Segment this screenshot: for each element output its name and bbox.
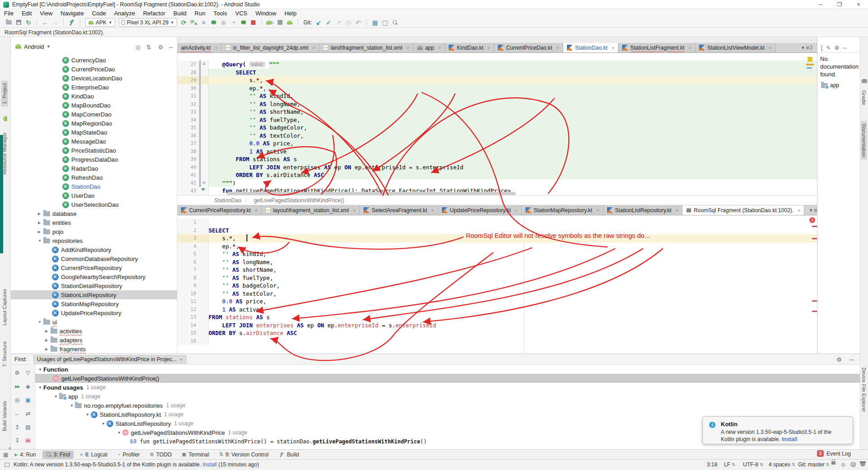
locate-file-icon[interactable]: ◎ (135, 44, 140, 51)
stripe-item-layout-captures[interactable]: Layout Captures (1, 286, 8, 328)
code-text[interactable]: @Query( value: """ (209, 60, 817, 69)
save-icon[interactable] (14, 18, 23, 27)
tree-item-addkindrepository[interactable]: KAddKindRepository (11, 245, 177, 254)
tree-item-devicelocationdao[interactable]: KDeviceLocationDao (11, 74, 177, 83)
menu-item-code[interactable]: Code (88, 9, 110, 18)
feedback-sad-icon[interactable]: ☹ (850, 461, 856, 468)
find-results-tab[interactable]: Usages of getLivePagedStationsWithKindPr… (33, 355, 186, 363)
project-view-selector[interactable]: Android (24, 43, 44, 50)
edit-source-icon[interactable]: ✎ (826, 45, 831, 51)
code-text[interactable]: ORDER BY s.airDistance ASC (209, 329, 817, 337)
close-icon[interactable]: × (215, 45, 218, 51)
tab-kinddao-kt[interactable]: KindDao.kt× (445, 43, 494, 52)
sync-icon[interactable]: ↻ (23, 18, 33, 27)
toolwindow-button-terminal[interactable]: ▣Terminal (178, 451, 213, 459)
tree-item-pojo[interactable]: ▶pojo (11, 227, 177, 236)
tree-item-entities[interactable]: ▶entities (11, 218, 177, 227)
close-icon[interactable]: × (798, 208, 800, 213)
tab-app[interactable]: app× (413, 43, 445, 52)
tree-item-mapstatedao[interactable]: KMapStateDao (11, 128, 177, 137)
stripe-item-7-structure[interactable]: 7: Structure (1, 339, 8, 370)
sdk-manager-icon[interactable] (275, 18, 285, 27)
tree-item-updatepricerepository[interactable]: KUpdatePriceRepository (11, 308, 177, 317)
menu-item-window[interactable]: Window (251, 9, 280, 18)
warning-stripe-mark[interactable] (806, 64, 814, 65)
tab-currentpricedao-kt[interactable]: CurrentPriceDao.kt× (494, 43, 563, 52)
group-icon[interactable]: ◈ (23, 382, 32, 391)
close-button[interactable]: × (849, 0, 868, 9)
menu-item-analyze[interactable]: Analyze (110, 9, 139, 18)
apply-changes-icon[interactable] (238, 18, 248, 27)
tree-expanded-arrow-icon[interactable]: ▼ (37, 386, 43, 390)
code-text[interactable]: '' AS badgeColor, (209, 124, 817, 132)
error-stripe-mark[interactable] (812, 300, 817, 302)
settings-gear-icon[interactable]: ⚙ (13, 368, 22, 377)
tab-stationlistfragment-kt[interactable]: StationListFragment.kt× (618, 43, 696, 52)
tab-land-fragment-station-list-xml[interactable]: <>land\fragment_station_list.xml× (319, 43, 413, 52)
caret-stripe-mark[interactable] (807, 67, 812, 69)
menu-item-refactor[interactable]: Refactor (139, 9, 169, 18)
code-text[interactable]: ep.*, (209, 84, 817, 93)
code-text[interactable]: FROM stations AS s (209, 155, 817, 163)
line-separator-selector[interactable]: LF⇅ (724, 461, 735, 468)
tree-item-mapregiondao[interactable]: KMapRegionDao (11, 119, 177, 128)
git-history-icon[interactable]: ◷ (343, 18, 353, 27)
close-icon[interactable]: × (255, 208, 258, 213)
close-icon[interactable]: × (556, 45, 559, 51)
menu-item-tools[interactable]: Tools (209, 9, 231, 18)
run-coverage-icon[interactable]: ⟳A (189, 18, 199, 27)
breadcrumb-member[interactable]: getLivePagedStationsWithKindPrice() (254, 197, 344, 204)
code-text[interactable]: '' AS textColor, (209, 132, 817, 140)
code-text[interactable]: s.*, (209, 76, 817, 84)
tree-expanded-arrow-icon[interactable]: ▼ (100, 422, 107, 426)
git-rollback-icon[interactable]: ↶ (353, 18, 363, 27)
code-text[interactable]: '' AS kindId, (209, 92, 817, 100)
error-stripe-mark[interactable] (812, 226, 817, 227)
toolwindow-button-4-run[interactable]: ▶4: Run (11, 451, 39, 459)
group-by-directory-icon[interactable]: ▤ (23, 423, 32, 432)
toolwindow-button-build[interactable]: Build (275, 451, 303, 459)
filter-icon[interactable]: ▽ (23, 368, 32, 377)
tab-stationlistviewmodel-kt[interactable]: StationListViewModel.kt× (696, 43, 776, 52)
tab-layout-fragment-station-list-xml[interactable]: <>layout\fragment_station_list.xml× (262, 205, 360, 215)
implementation-gutter-icon[interactable] (201, 188, 205, 191)
tree-item-ui[interactable]: ▼ui (11, 317, 177, 326)
tree-item-currentpricedao[interactable]: KCurrentPriceDao (11, 65, 177, 74)
menu-item-view[interactable]: View (36, 9, 56, 18)
toolwindow-button-6-logcat[interactable]: ≡6: Logcat (76, 451, 111, 459)
close-icon[interactable]: × (596, 208, 599, 213)
tree-item-mapcornerdao[interactable]: KMapCornerDao (11, 110, 177, 119)
close-icon[interactable]: × (515, 208, 518, 213)
tree-item-kinddao[interactable]: KKindDao (11, 92, 177, 101)
close-icon[interactable]: × (487, 45, 490, 51)
rerun-icon[interactable]: ▶▶ (13, 382, 22, 391)
pin-icon[interactable]: ◎ (13, 396, 22, 405)
documentation-module-item[interactable]: app (821, 82, 839, 88)
profile-apk-icon[interactable]: ↻ (265, 18, 275, 27)
tree-item-refreshdao[interactable]: KRefreshDao (11, 173, 177, 182)
tree-collapsed-arrow-icon[interactable]: ▶ (38, 221, 43, 225)
collapse-all-icon[interactable]: ↧ (13, 436, 22, 445)
event-log-button[interactable]: 9 Event Log (817, 450, 851, 457)
code-text[interactable]: '' AS longName, (209, 100, 817, 108)
code-text[interactable]: LEFT JOIN enterprises AS ep ON ep.enterp… (209, 321, 817, 330)
find-row[interactable]: mgetLivePagedStationsWithKindPrice() (35, 374, 860, 383)
tree-collapsed-arrow-icon[interactable]: ▶ (38, 212, 43, 216)
horizontal-scrollbar[interactable] (227, 192, 516, 195)
project-structure-icon[interactable]: ▦ (370, 18, 380, 27)
feedback-happy-icon[interactable]: ☺ (840, 461, 846, 468)
breadcrumb-class[interactable]: StationDao (214, 197, 241, 204)
tree-item-radardao[interactable]: KRadarDao (11, 164, 177, 173)
tree-expanded-arrow-icon[interactable]: ▼ (53, 395, 59, 399)
code-text[interactable]: '' AS shortName, (209, 266, 817, 274)
build-hammer-icon[interactable] (67, 18, 77, 27)
tree-item-commondatabaserepository[interactable]: KCommonDatabaseRepository (11, 254, 177, 263)
hide-panel-icon[interactable]: ─ (843, 45, 847, 51)
collapse-all-icon[interactable]: ⇅ (146, 44, 151, 51)
menu-item-vcs[interactable]: VCS (231, 9, 251, 18)
toolwindow-button-todo[interactable]: ≣TODO (146, 451, 176, 459)
code-text[interactable]: SELECT (209, 69, 817, 77)
run-icon[interactable]: ⟳ (179, 18, 189, 27)
menu-item-help[interactable]: Help (280, 9, 301, 18)
error-stripe-mark[interactable] (812, 238, 817, 239)
